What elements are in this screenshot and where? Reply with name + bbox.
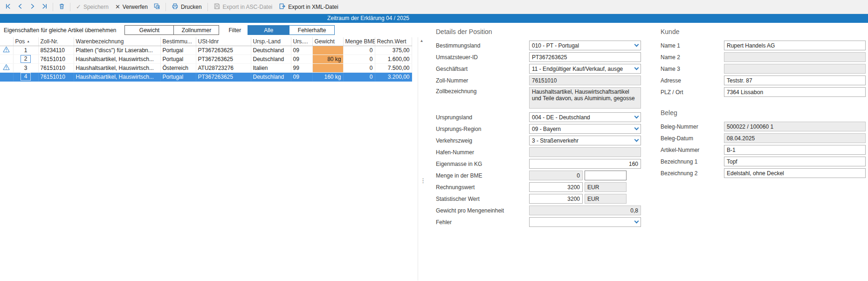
cell-warenbezeichnung[interactable]: Haushaltsartikel, Hauswirtsch... <box>74 63 160 72</box>
table-row[interactable]: 3 76151010 Haushaltsartikel, Hauswirtsch… <box>0 63 412 72</box>
ursprungs-region-select[interactable]: 09 - Bayern <box>529 124 641 134</box>
cell-ustid[interactable]: PT367263625 <box>196 72 251 81</box>
cell-ustid[interactable]: ATU28723276 <box>196 63 251 72</box>
name3-label: Name 3 <box>661 66 724 72</box>
transfer-button[interactable] <box>151 1 163 13</box>
artikel-nummer-label: Artikel-Nummer <box>661 147 724 153</box>
field-row-gewicht-pro-me: Gewicht pro Mengeneinheit 0,8 <box>436 206 644 215</box>
menge-bme-unit-input[interactable] <box>585 171 627 180</box>
cell-rechnungswert[interactable]: 7.500,00 <box>375 63 412 72</box>
rechnungswert-input[interactable]: 3200 <box>529 182 583 192</box>
table-row-selected[interactable]: 4 76151010 Haushaltsartikel, Hauswirtsch… <box>0 72 412 81</box>
previous-record-button[interactable] <box>14 1 26 13</box>
cell-zollnr[interactable]: 76151010 <box>38 72 74 81</box>
cell-ursprungsland[interactable]: Deutschland <box>251 46 291 55</box>
cell-warenbezeichnung[interactable]: Haushaltsartikel, Hauswirtsch... <box>74 72 160 81</box>
cell-zollnr[interactable]: 85234110 <box>38 46 74 55</box>
bezeichnung1-input[interactable]: Topf <box>724 157 866 166</box>
main-content: Eigenschaften für gleiche Artikel überne… <box>0 23 868 281</box>
cell-ustid[interactable]: PT367263625 <box>196 55 251 63</box>
cell-ursprungsland[interactable]: Italien <box>251 63 291 72</box>
table-row[interactable]: 1 85234110 Platten ("discs") für Laserab… <box>0 46 412 55</box>
eigenmasse-input[interactable]: 160 <box>529 159 641 169</box>
cell-ursprungsregion[interactable]: 09 <box>291 55 312 63</box>
scroll-up-icon[interactable]: ▲ <box>418 39 425 43</box>
cell-bestimmungsland[interactable]: Portugal <box>160 55 196 63</box>
details-section-title: Details der Position <box>436 28 644 35</box>
cell-pos[interactable]: 1 <box>13 46 38 55</box>
gewicht-pro-me-label: Gewicht pro Mengeneinheit <box>436 207 529 214</box>
cell-gewicht[interactable] <box>312 46 343 55</box>
bezeichnung2-input[interactable]: Edelstahl, ohne Deckel <box>724 168 866 178</box>
table-row[interactable]: 2 76151010 Haushaltsartikel, Hauswirtsch… <box>0 55 412 63</box>
cell-bestimmungsland[interactable]: Österreich <box>160 63 196 72</box>
cell-pos[interactable]: 2 <box>13 55 38 63</box>
column-header-gewicht[interactable]: Gewicht <box>312 37 343 46</box>
adresse-input[interactable]: Teststr. 87 <box>724 75 866 85</box>
column-header-zollnr[interactable]: Zoll-Nr. <box>38 37 74 46</box>
cell-ustid[interactable]: PT367263625 <box>196 46 251 55</box>
cell-ursprungsregion[interactable]: 99 <box>291 63 312 72</box>
discard-button[interactable]: ✕ Verwerfen <box>112 1 151 13</box>
last-record-button[interactable] <box>38 1 50 13</box>
fehler-select[interactable] <box>529 217 641 227</box>
cell-zollnr[interactable]: 76151010 <box>38 63 74 72</box>
column-header-warenbezeichnung[interactable]: Warenbezeichnung <box>74 37 160 46</box>
umsatzsteuer-id-input[interactable]: PT367263625 <box>529 52 641 62</box>
first-record-button[interactable] <box>2 1 14 13</box>
filter-all-button[interactable]: Alle <box>248 25 289 35</box>
column-header-warning[interactable] <box>0 37 13 46</box>
cell-menge-bme[interactable]: 0 <box>343 72 375 81</box>
column-header-ursprungsregion[interactable]: Urs.... <box>291 37 312 46</box>
cell-bestimmungsland[interactable]: Portugal <box>160 46 196 55</box>
last-record-icon <box>41 3 48 11</box>
artikel-nummer-input[interactable]: B-1 <box>724 145 866 155</box>
column-header-ursprungsland[interactable]: Ursp.-Land <box>251 37 291 46</box>
printer-icon <box>172 3 179 11</box>
cell-pos[interactable]: 4 <box>13 72 38 81</box>
cell-ursprungsland[interactable]: Deutschland <box>251 72 291 81</box>
cell-pos[interactable]: 3 <box>13 63 38 72</box>
geschaeftsart-select[interactable]: 11 - Endgültiger Kauf/Verkauf, ausge <box>529 64 641 74</box>
field-row-menge-bme: Menge in der BME 0 <box>436 171 644 180</box>
column-header-pos[interactable]: Pos▲ <box>13 37 38 46</box>
apply-weight-button[interactable]: Gewicht <box>124 25 174 35</box>
cell-rechnungswert[interactable]: 375,00 <box>375 46 412 55</box>
bestimmungsland-select[interactable]: 010 - PT - Portugal <box>529 41 641 50</box>
next-record-button[interactable] <box>26 1 38 13</box>
filter-faulty-button[interactable]: Fehlerhafte <box>289 25 335 35</box>
print-button[interactable]: Drucken <box>168 1 205 13</box>
column-header-bestimmungsland[interactable]: Bestimmu... <box>160 37 196 46</box>
cell-menge-bme[interactable]: 0 <box>343 55 375 63</box>
apply-customs-number-button[interactable]: Zollnummer <box>173 25 219 35</box>
name1-input[interactable]: Rupert Handels AG <box>724 41 866 50</box>
cell-ursprungsland[interactable]: Deutschland <box>251 55 291 63</box>
cell-zollnr[interactable]: 76151010 <box>38 55 74 63</box>
cell-ursprungsregion[interactable]: 09 <box>291 46 312 55</box>
panel-splitter[interactable]: ▲ ⋮ <box>418 37 425 281</box>
column-header-ustid[interactable]: USt-Idnr <box>196 37 251 46</box>
delete-button[interactable] <box>55 1 68 13</box>
bestimmungsland-label: Bestimmungsland <box>436 42 529 49</box>
cell-menge-bme[interactable]: 0 <box>343 63 375 72</box>
cell-bestimmungsland[interactable]: Portugal <box>160 72 196 81</box>
plz-ort-input[interactable]: 7364 Lissabon <box>724 87 866 97</box>
cell-warenbezeichnung[interactable]: Platten ("discs") für Laserabn... <box>74 46 160 55</box>
cell-menge-bme[interactable]: 0 <box>343 46 375 55</box>
ursprungsland-select[interactable]: 004 - DE - Deutschland <box>529 112 641 122</box>
name2-input <box>724 52 866 62</box>
cell-gewicht[interactable]: 80 kg <box>312 55 343 63</box>
zollbezeichnung-label: Zollbezeichnung <box>436 87 529 95</box>
cell-gewicht[interactable] <box>312 63 343 72</box>
statistischer-wert-input[interactable]: 3200 <box>529 194 583 204</box>
cell-gewicht[interactable]: 160 kg <box>312 72 343 81</box>
verkehrszweig-select[interactable]: 3 - Straßenverkehr <box>529 136 641 145</box>
cell-warenbezeichnung[interactable]: Haushaltsartikel, Hauswirtsch... <box>74 55 160 63</box>
cell-rechnungswert[interactable]: 3.200,00 <box>375 72 412 81</box>
cell-rechnungswert[interactable]: 1.600,00 <box>375 55 412 63</box>
column-header-rechnungswert[interactable]: Rechn.Wert <box>375 37 412 46</box>
splitter-handle-icon[interactable]: ⋮ <box>420 177 426 184</box>
export-xml-button[interactable]: Export in XML-Datei <box>276 1 341 13</box>
cell-ursprungsregion[interactable]: 09 <box>291 72 312 81</box>
column-header-menge-bme[interactable]: Menge BME <box>343 37 375 46</box>
